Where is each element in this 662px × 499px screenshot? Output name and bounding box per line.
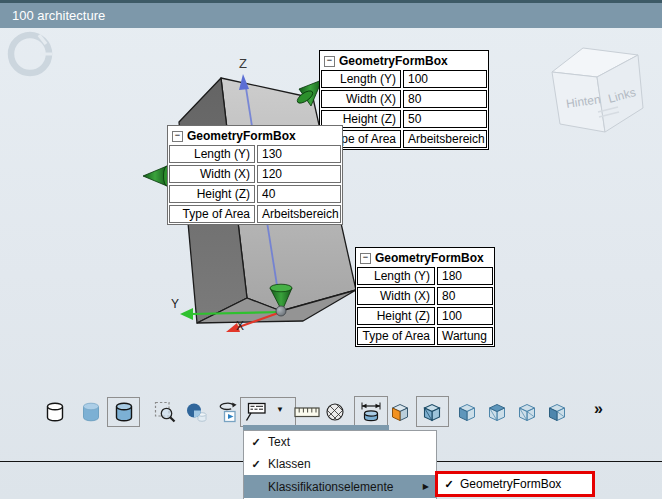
row-label: Length (Y) xyxy=(321,70,401,88)
menu-item-klassen[interactable]: ✓ Klassen xyxy=(244,453,436,475)
toolbar-sphere-overlap-button[interactable] xyxy=(183,399,209,425)
toolbar-cube-orange-face-button[interactable] xyxy=(387,399,413,425)
toolbar-cylinder-wireframe-button[interactable] xyxy=(42,399,68,425)
row-value[interactable]: 50 xyxy=(403,110,487,128)
row-value[interactable]: 120 xyxy=(257,165,341,183)
table-header: − GeometryFormBox xyxy=(321,52,487,70)
check-icon: ✓ xyxy=(438,478,460,491)
table-title: GeometryFormBox xyxy=(375,251,484,265)
cube-left-face-icon xyxy=(545,400,569,424)
property-table-1: − GeometryFormBox Length (Y) 100 Width (… xyxy=(319,50,489,150)
rotate-animation-icon xyxy=(216,400,240,424)
x-axis-label: X xyxy=(236,319,244,333)
sphere-overlap-icon xyxy=(184,400,208,424)
menu-item-klassifikationselemente[interactable]: Klassifikationselemente ▶ xyxy=(244,475,436,498)
z-axis-label: Z xyxy=(239,56,247,71)
table-title: GeometryFormBox xyxy=(187,129,296,143)
table-header: − GeometryFormBox xyxy=(169,127,341,145)
toolbar-cylinder-outlined-button[interactable] xyxy=(111,399,137,425)
menu-item-label: Klassifikationselemente xyxy=(268,480,393,494)
menu-item-label: Text xyxy=(268,435,290,449)
collapse-icon[interactable]: − xyxy=(172,131,183,142)
row-label: Type of Area xyxy=(357,327,435,345)
cylinder-dimension-icon xyxy=(359,400,383,424)
row-value[interactable]: 100 xyxy=(437,307,493,325)
check-icon: ✓ xyxy=(244,458,268,471)
row-value[interactable]: Arbeitsbereich xyxy=(403,130,487,148)
cylinder-shaded-icon xyxy=(79,400,103,424)
toolbar-ruler-button[interactable] xyxy=(294,399,320,425)
row-label: Width (X) xyxy=(357,287,435,305)
toolbar-annotation-dropdown-button[interactable] xyxy=(243,399,269,425)
toolbar-overflow-button[interactable]: » xyxy=(594,400,602,418)
collapse-icon[interactable]: − xyxy=(324,56,335,67)
toolbar-cube-left-face-button[interactable] xyxy=(544,399,570,425)
property-table-2: − GeometryFormBox Length (Y) 130 Width (… xyxy=(167,125,343,225)
toolbar-cube-wireframe-button[interactable] xyxy=(514,399,540,425)
toolbar-cylinder-shaded-button[interactable] xyxy=(78,399,104,425)
row-label: Height (Z) xyxy=(357,307,435,325)
menu-item-label: Klassen xyxy=(268,457,311,471)
toolbar-cube-top-face-button[interactable] xyxy=(484,399,510,425)
app-logo-watermark xyxy=(11,35,52,73)
table-header: − GeometryFormBox xyxy=(357,249,493,267)
origin-point[interactable] xyxy=(276,306,286,316)
cube-orange-face-icon xyxy=(388,400,412,424)
row-value[interactable]: 130 xyxy=(257,145,341,163)
row-label: Length (Y) xyxy=(169,145,255,163)
table-title: GeometryFormBox xyxy=(339,54,448,68)
cube-top-face-icon xyxy=(485,400,509,424)
row-value[interactable]: 80 xyxy=(403,90,487,108)
row-value[interactable]: 80 xyxy=(437,287,493,305)
row-label: Height (Z) xyxy=(169,185,255,203)
row-value[interactable]: 40 xyxy=(257,185,341,203)
annotation-context-menu: ✓ Text ✓ Klassen Klassifikationselemente… xyxy=(243,430,437,499)
row-value[interactable]: 100 xyxy=(403,70,487,88)
row-value[interactable]: Arbeitsbereich xyxy=(257,205,341,223)
property-table-3: − GeometryFormBox Length (Y) 180 Width (… xyxy=(355,247,495,347)
row-label: Type of Area xyxy=(169,205,255,223)
row-label: Width (X) xyxy=(321,90,401,108)
submenu-item-label: GeometryFormBox xyxy=(460,477,561,491)
row-value[interactable]: 180 xyxy=(437,267,493,285)
check-icon: ✓ xyxy=(244,436,268,449)
collapse-icon[interactable]: − xyxy=(360,253,371,264)
menu-item-text[interactable]: ✓ Text xyxy=(244,431,436,453)
cube-front-face-icon xyxy=(455,400,479,424)
window-title: 100 architecture xyxy=(0,3,662,28)
toolbar-cylinder-dimension-button[interactable] xyxy=(358,399,384,425)
cube-solid-blue-icon xyxy=(420,400,444,424)
hatched-sphere-icon xyxy=(323,400,347,424)
handle-top-arrow[interactable] xyxy=(295,80,322,106)
toolbar-cube-front-face-button[interactable] xyxy=(454,399,480,425)
row-label: Length (Y) xyxy=(357,267,435,285)
titlebar: 100 architecture xyxy=(0,3,662,28)
y-axis-label: Y xyxy=(171,297,179,311)
toolbar-cube-solid-blue-button[interactable] xyxy=(419,399,445,425)
cylinder-outlined-icon xyxy=(112,400,136,424)
cylinder-wireframe-icon xyxy=(43,400,67,424)
submenu-geometryformbox[interactable]: ✓ GeometryFormBox xyxy=(435,471,595,497)
toolbar-hatched-sphere-button[interactable] xyxy=(322,399,348,425)
dropdown-arrow-icon[interactable]: ▼ xyxy=(276,405,284,414)
annotation-label-icon xyxy=(244,400,268,424)
submenu-arrow-icon: ▶ xyxy=(423,482,429,491)
toolbar-rotate-animation-button[interactable] xyxy=(215,399,241,425)
toolbar-zoom-window-button[interactable] xyxy=(152,399,178,425)
zoom-window-icon xyxy=(153,400,177,424)
row-label: Width (X) xyxy=(169,165,255,183)
app-window: { "window": { "title": "100 architecture… xyxy=(0,0,662,499)
ruler-icon xyxy=(294,400,320,424)
cube-wireframe-icon xyxy=(515,400,539,424)
row-value[interactable]: Wartung xyxy=(437,327,493,345)
navigation-cube[interactable]: Hinten Links xyxy=(552,48,643,132)
